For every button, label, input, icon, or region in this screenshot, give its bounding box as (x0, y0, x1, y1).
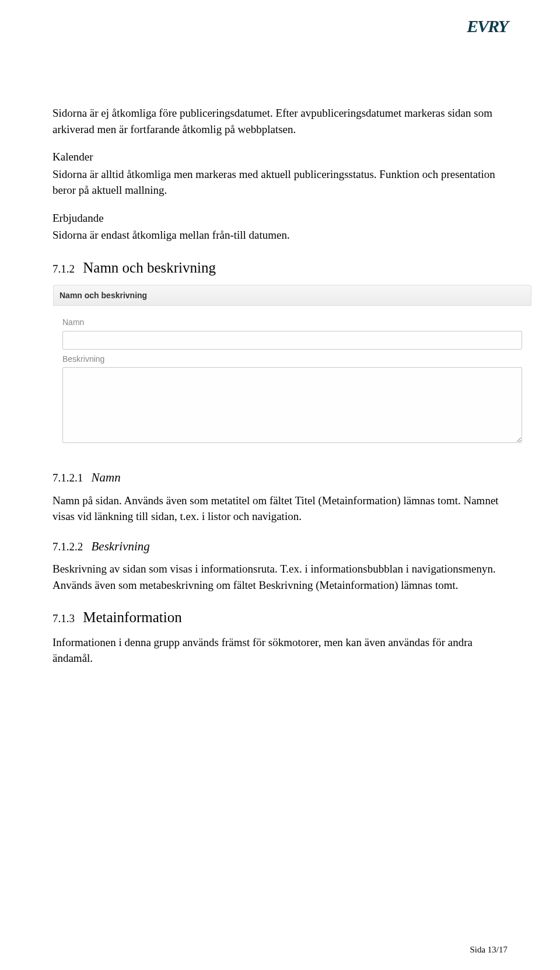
heading-7-1-2-1: 7.1.2.1 Namn (52, 469, 508, 486)
paragraph: Beskrivning av sidan som visas i informa… (52, 561, 508, 593)
heading-text: Namn och beskrivning (83, 260, 216, 275)
label-namn: Namn (62, 316, 522, 328)
label-beskrivning: Beskrivning (62, 353, 522, 365)
heading-number: 7.1.3 (52, 612, 75, 624)
heading-text: Namn (92, 470, 121, 484)
logo: EVRY (467, 16, 508, 36)
heading-7-1-3: 7.1.3 Metainformation (52, 607, 508, 628)
input-namn[interactable] (62, 331, 522, 350)
heading-text: Metainformation (83, 609, 181, 625)
form-panel-title: Namn och beskrivning (53, 285, 531, 306)
document-body: Sidorna är ej åtkomliga före publicering… (52, 105, 508, 667)
subheading-kalender: Kalender (52, 149, 508, 165)
heading-number: 7.1.2 (52, 263, 75, 275)
paragraph: Sidorna är ej åtkomliga före publicering… (52, 105, 508, 137)
heading-7-1-2-2: 7.1.2.2 Beskrivning (52, 538, 508, 555)
form-screenshot: Namn och beskrivning Namn Beskrivning (52, 284, 532, 456)
heading-number: 7.1.2.1 (52, 472, 83, 484)
textarea-beskrivning[interactable] (62, 367, 522, 443)
heading-text: Beskrivning (92, 539, 150, 553)
paragraph: Sidorna är endast åtkomliga mellan från-… (52, 227, 508, 243)
heading-number: 7.1.2.2 (52, 540, 83, 553)
subheading-erbjudande: Erbjudande (52, 210, 508, 226)
paragraph: Sidorna är alltid åtkomliga men markeras… (52, 166, 508, 198)
paragraph: Informationen i denna grupp används främ… (52, 634, 508, 667)
heading-7-1-2: 7.1.2 Namn och beskrivning (52, 257, 508, 278)
page-footer: Sida 13/17 (470, 945, 508, 955)
paragraph: Namn på sidan. Används även som metatite… (52, 493, 508, 525)
